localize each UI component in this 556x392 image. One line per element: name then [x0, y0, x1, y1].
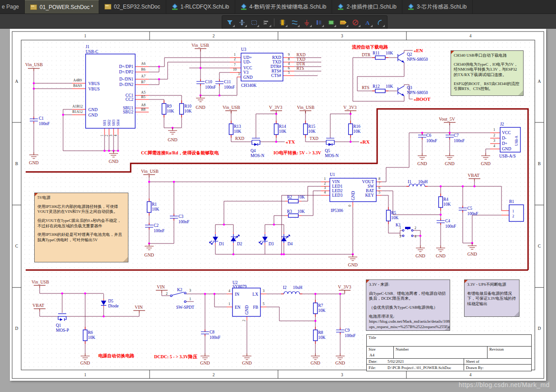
net-rxd[interactable]: RXD — [296, 53, 305, 57]
u1-val: IP5306 — [331, 208, 343, 213]
net-vin: VIN — [157, 284, 165, 289]
schlib-icon — [408, 4, 414, 10]
j1-pin: SBU2 — [123, 110, 133, 114]
tab-3-chip-sensor-schlib[interactable]: 3-芯片传感器.SchLib — [402, 0, 473, 14]
j1-pin-n: B1A12 — [72, 110, 82, 114]
q5-ref: Q5 — [325, 149, 330, 153]
place-arc-button[interactable] — [374, 17, 385, 27]
sheet-label: Sheet of — [466, 359, 479, 364]
u3-pin-n: 3 — [238, 72, 240, 76]
no-erc-button[interactable] — [350, 17, 361, 27]
r6-ref: R6 — [88, 330, 93, 335]
u3-pin: RTS# — [271, 69, 281, 73]
place-net-label-button[interactable]: D1 — [337, 17, 349, 27]
tab-1-rlcdfqx-schlib[interactable]: 1-RLCDFQX.SchLib — [166, 0, 235, 14]
net-rxd[interactable]: RXD — [235, 136, 244, 141]
place-sheet-symbol-button[interactable] — [325, 17, 337, 27]
net-dtr[interactable]: DTR — [362, 53, 371, 57]
annotation-power-switch[interactable]: 电源自动切换电路 — [98, 353, 135, 358]
r6-val: 10K — [88, 335, 96, 340]
place-pin-button[interactable] — [313, 17, 324, 27]
place-part-button[interactable] — [277, 17, 288, 27]
tab-home-page[interactable]: e Page — [0, 0, 25, 14]
u1-pin-n: 4 — [324, 190, 326, 194]
j1-pin: VBUS — [88, 87, 100, 91]
annotation-io-level[interactable]: IO电平转换: 5V - > 3.3V — [273, 150, 322, 155]
place-wire-button[interactable] — [289, 17, 300, 27]
u3-pin-n: 9 — [288, 53, 290, 57]
r3-ref: R3 — [287, 209, 292, 214]
net-txd[interactable]: TXD — [310, 136, 319, 141]
tab-2-connector-schlib[interactable]: 2-接插件接口.SchLib — [332, 0, 402, 14]
i2-val: 10uH — [293, 285, 302, 290]
move-button[interactable] — [236, 17, 247, 27]
i1-val: 10uH — [418, 180, 428, 184]
j1-pin: SH2 — [107, 120, 111, 126]
annotation-dcdc[interactable]: DCDC: 5 - > 3.3V降压 — [154, 354, 197, 359]
r7-val: 10K — [318, 308, 326, 313]
port-rx[interactable]: «RX — [360, 139, 369, 144]
b1-pin-n: 1 — [512, 209, 514, 213]
u3-pin: TXD — [272, 60, 281, 64]
port-en[interactable]: «EN — [414, 48, 423, 53]
net-v3v3: V_3V3 — [269, 105, 282, 110]
j1-pin-n: B7 — [141, 80, 145, 84]
j1-pin: GND — [88, 108, 98, 112]
net-vin-usb: Vin_USB — [25, 62, 43, 67]
note-3v3-source[interactable]: 3.3V - 来源: 由TypeC-USB、锂电池两者，经电源自动切换后，DCD… — [366, 279, 450, 331]
j2-body: USB-A — [515, 135, 519, 146]
r16-ref: R16 — [353, 124, 360, 129]
k2-ref: K2 — [177, 288, 182, 292]
c8-val: 100nF — [210, 335, 220, 340]
net-txd[interactable]: TXD — [296, 57, 305, 62]
u1-pin: LED2 — [332, 189, 342, 193]
k2-pin-n: 3 — [189, 288, 191, 293]
j1-pin-n: A5 — [141, 90, 146, 95]
net-v3v3: V_3V3 — [343, 105, 356, 110]
r4-val: 10K — [443, 202, 451, 207]
title-block-title-row: Title — [367, 335, 531, 347]
r12-val: 10K — [386, 84, 393, 89]
date-value[interactable]: 5/02/2021 — [387, 359, 464, 364]
r14-ref: R14 — [279, 124, 286, 129]
note-5v-power[interactable]: 5V电源 使用IP5306芯片内部的电源路径转换，可使得VOUT灵活的在VIN和… — [34, 193, 128, 262]
net-dtr[interactable]: DTR — [296, 62, 305, 66]
zone-col: 2 — [213, 34, 215, 38]
align-button[interactable] — [260, 17, 272, 27]
annotation-cc[interactable]: CC脚需连接Ra/Rd，使得设备能够取电 — [141, 150, 219, 155]
zone-row: C — [538, 244, 541, 248]
c2-val: 100nF — [154, 229, 164, 233]
b1-pin-n: 2 — [512, 214, 514, 218]
j1-pin: D+/DP2 — [119, 70, 133, 74]
b1-ref: B1 — [509, 199, 514, 204]
note-3v3-ups[interactable]: 3.3V - UPS不间断电源 有锂电做后备电源的情况下，可保证3.3V电压域的… — [464, 279, 520, 317]
net-rts[interactable]: RTS — [296, 66, 304, 71]
u2-pin-n: 2 — [242, 320, 246, 321]
port-tx[interactable]: «TX — [286, 139, 295, 144]
tab-02-esp32-schdoc[interactable]: 02_ESP32.SchDoc — [99, 0, 166, 14]
selection-button[interactable] — [248, 17, 260, 27]
filter-button[interactable] — [224, 17, 235, 27]
j1-pin: SH1 — [103, 120, 107, 126]
r15-ref: R15 — [308, 124, 315, 129]
tab-01-power-schdoc[interactable]: 01_POWER.SchDoc * — [25, 0, 99, 14]
tab-4-digit-switch-relay-schlib[interactable]: 4-数码管开关按键继电器.SchLib — [235, 0, 333, 14]
j1-pin-n: B6 — [141, 68, 145, 72]
gnd-label: GND — [467, 252, 477, 257]
file-value[interactable]: D:\PCB Project\..\01_POWER.SchDoc — [387, 365, 464, 370]
zone-row: D — [538, 326, 541, 331]
net-rts[interactable]: RTS — [362, 86, 369, 90]
net-vin: VIN — [135, 305, 143, 310]
place-text-button[interactable]: A — [362, 17, 373, 27]
j2-pin: VCC — [502, 131, 511, 135]
annotation-flow-control[interactable]: 流控自动下载电路 — [351, 45, 388, 50]
u2-pin: LX — [252, 292, 258, 297]
schdoc-icon — [30, 5, 37, 10]
q1-ref: Q1 — [56, 323, 61, 328]
note-ch340-download[interactable]: CH340 USB串口自动下载电路 CH340供电为TypeC，IO电平为5V，… — [451, 50, 524, 96]
place-power-port-button[interactable] — [301, 17, 312, 27]
port-boot[interactable]: «BOOT — [414, 96, 431, 102]
u1-pin-n: 1 — [324, 177, 326, 181]
size-value[interactable]: A4 — [369, 353, 392, 357]
c9-ref: C9 — [345, 328, 350, 333]
